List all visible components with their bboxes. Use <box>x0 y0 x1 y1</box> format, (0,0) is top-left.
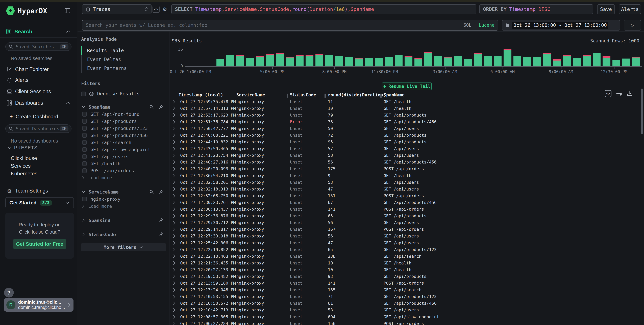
row-expand-icon[interactable] <box>170 207 178 212</box>
table-row[interactable]: Oct 27 12:32:58.201 PM nginx-proxy Unset… <box>170 179 639 186</box>
table-row[interactable]: Oct 27 12:44:10.832 PM nginx-proxy Unset… <box>170 139 639 145</box>
row-expand-icon[interactable] <box>170 315 178 319</box>
sidebar-item-client-sessions[interactable]: Client Sessions <box>0 87 77 96</box>
row-expand-icon[interactable] <box>170 274 178 279</box>
row-expand-icon[interactable] <box>170 301 178 306</box>
checkbox[interactable] <box>82 161 87 166</box>
row-expand-icon[interactable] <box>170 133 178 137</box>
filter-group-header[interactable]: ServiceName <box>81 188 166 196</box>
sidebar-item-search[interactable]: Search <box>0 26 77 36</box>
table-row[interactable]: Oct 27 12:43:59.465 PM nginx-proxy Unset… <box>170 145 639 152</box>
col-header-duration[interactable]: round(divide(Duration, <box>328 92 384 97</box>
pin-icon[interactable] <box>158 189 164 194</box>
row-expand-icon[interactable] <box>170 147 178 151</box>
checkbox[interactable] <box>82 119 87 124</box>
results-histogram[interactable]: Oct 26 1:00:00 PM5:00:00 PM8:00:00 PM11:… <box>185 49 642 67</box>
table-row[interactable]: Oct 27 12:08:57.305 PM nginx-proxy Unset… <box>170 314 639 320</box>
table-row[interactable]: Oct 27 12:13:24.048 PM nginx-proxy Unset… <box>170 287 639 293</box>
saved-dashboards-input[interactable]: Saved Dashboards ⌘K <box>5 124 72 133</box>
row-expand-icon[interactable] <box>170 180 178 184</box>
table-row[interactable]: Oct 27 12:50:42.777 PM nginx-proxy Unset… <box>170 125 639 132</box>
analysis-mode-option[interactable]: Event Deltas <box>81 55 166 64</box>
table-row[interactable]: Oct 27 12:41:23.754 PM nginx-proxy Unset… <box>170 152 639 159</box>
create-dashboard-button[interactable]: + Create Dashboard <box>0 112 77 121</box>
table-row[interactable]: Oct 27 12:53:17.623 PM nginx-proxy Unset… <box>170 112 639 118</box>
row-expand-icon[interactable] <box>170 99 178 104</box>
filter-checkbox-item[interactable]: GET /api/search <box>81 139 166 146</box>
filter-checkbox-item[interactable]: GET /api/products/456 <box>81 132 166 139</box>
table-row[interactable]: Oct 27 12:13:59.180 PM nginx-proxy Unset… <box>170 280 639 287</box>
row-expand-icon[interactable] <box>170 140 178 144</box>
table-row[interactable]: Oct 27 12:40:27.016 PM nginx-proxy Unset… <box>170 159 639 166</box>
filter-checkbox-item[interactable]: nginx-proxy <box>81 196 166 203</box>
table-row[interactable]: Oct 27 12:25:42.306 PM nginx-proxy Unset… <box>170 240 639 246</box>
table-row[interactable]: Oct 27 12:22:10.403 PM nginx-proxy Unset… <box>170 253 639 260</box>
checkbox[interactable] <box>82 168 87 173</box>
saved-searches-input[interactable]: Saved Searches ⌘K <box>5 42 72 51</box>
order-by-input[interactable]: ORDER BY Timestamp DESC <box>480 4 593 14</box>
row-expand-icon[interactable] <box>170 234 178 238</box>
select-clause-input[interactable]: SELECT Timestamp,ServiceName,StatusCode,… <box>171 4 476 14</box>
table-row[interactable]: Oct 27 12:29:14.817 PM nginx-proxy Unset… <box>170 226 639 233</box>
checkbox[interactable] <box>82 126 87 131</box>
row-expand-icon[interactable] <box>170 120 178 124</box>
checkbox[interactable] <box>82 112 87 117</box>
load-more-button[interactable]: Load more <box>81 203 166 210</box>
run-query-button[interactable]: ▷ <box>624 20 641 30</box>
chevron-up-icon[interactable] <box>66 101 71 104</box>
table-row[interactable]: Oct 27 12:10:42.713 PM nginx-proxy Unset… <box>170 307 639 314</box>
chevron-up-icon[interactable] <box>66 30 71 33</box>
row-expand-icon[interactable] <box>170 106 178 110</box>
row-expand-icon[interactable] <box>170 241 178 245</box>
row-expand-icon[interactable] <box>170 281 178 286</box>
filter-group-header[interactable]: StatusCode <box>81 231 166 238</box>
row-expand-icon[interactable] <box>170 321 178 325</box>
load-more-button[interactable]: Load more <box>81 174 166 181</box>
table-row[interactable]: Oct 27 12:59:35.478 PM nginx-proxy Unset… <box>170 98 639 105</box>
save-button[interactable]: Save <box>597 4 615 14</box>
pin-icon[interactable] <box>158 218 164 223</box>
row-expand-icon[interactable] <box>170 268 178 272</box>
filter-checkbox-item[interactable]: POST /api/orders <box>81 167 166 174</box>
col-header-servicename[interactable]: ServiceName <box>236 92 290 97</box>
get-started-dropdown[interactable]: Get Started 3/3 <box>5 197 74 208</box>
checkbox[interactable] <box>82 197 87 201</box>
table-row[interactable]: Oct 27 12:19:53.482 PM nginx-proxy Unset… <box>170 273 639 280</box>
filter-checkbox-item[interactable]: GET /health <box>81 160 166 167</box>
denoise-results-option[interactable]: Denoise Results <box>81 91 166 97</box>
column-resize-handle[interactable] <box>286 94 288 98</box>
table-row[interactable]: Oct 27 12:57:14.313 PM nginx-proxy Unset… <box>170 105 639 112</box>
edit-sql-icon[interactable]: <> <box>152 6 160 13</box>
row-expand-icon[interactable] <box>170 200 178 205</box>
col-header-statuscode[interactable]: StatusCode <box>290 92 328 97</box>
checkbox[interactable] <box>82 140 87 145</box>
sidebar-item-chart-explorer[interactable]: Chart Explorer <box>0 65 77 74</box>
filter-checkbox-item[interactable]: GET /api/not-found <box>81 111 166 118</box>
table-row[interactable]: Oct 27 12:10:50.572 PM nginx-proxy Unset… <box>170 300 639 307</box>
table-row[interactable]: Oct 27 12:51:36.784 PM nginx-proxy Error… <box>170 118 639 125</box>
filter-group-header[interactable]: SpanKind <box>81 217 166 224</box>
table-row[interactable]: Oct 27 12:10:53.155 PM nginx-proxy Unset… <box>170 293 639 300</box>
get-started-free-button[interactable]: Get Started for Free <box>13 239 66 249</box>
column-resize-handle[interactable] <box>324 94 326 98</box>
user-menu[interactable]: D dominic.tran@clic... dominic.tran@clic… <box>4 298 74 312</box>
filter-checkbox-item[interactable]: GET /api/products/123 <box>81 125 166 132</box>
row-expand-icon[interactable] <box>170 173 178 178</box>
table-row[interactable]: Oct 27 12:20:27.133 PM nginx-proxy Unset… <box>170 266 639 273</box>
presets-section-toggle[interactable]: PRESETS <box>8 145 38 150</box>
row-expand-icon[interactable] <box>170 214 178 218</box>
table-row[interactable]: Oct 27 12:40:20.093 PM nginx-proxy Unset… <box>170 166 639 172</box>
lucene-search-input[interactable]: Search your events w/ Lucene ex. column:… <box>82 20 498 30</box>
filter-checkbox-item[interactable]: GET /api/users <box>81 153 166 160</box>
row-expand-icon[interactable] <box>170 221 178 225</box>
checkbox[interactable] <box>82 154 87 159</box>
table-row[interactable]: Oct 27 12:30:13.437 PM nginx-proxy Unset… <box>170 206 639 213</box>
table-row[interactable]: Oct 27 12:30:23.261 PM nginx-proxy Unset… <box>170 199 639 206</box>
sidebar-item-team-settings[interactable]: ⚙ Team Settings <box>0 186 77 196</box>
row-expand-icon[interactable] <box>170 113 178 117</box>
row-expand-icon[interactable] <box>170 153 178 158</box>
resume-live-tail-button[interactable]: Resume Live Tail <box>382 82 432 90</box>
pin-icon[interactable] <box>158 104 164 109</box>
analysis-mode-option[interactable]: Event Patterns <box>81 64 166 73</box>
table-row[interactable]: Oct 27 12:21:36.435 PM nginx-proxy Unset… <box>170 260 639 266</box>
